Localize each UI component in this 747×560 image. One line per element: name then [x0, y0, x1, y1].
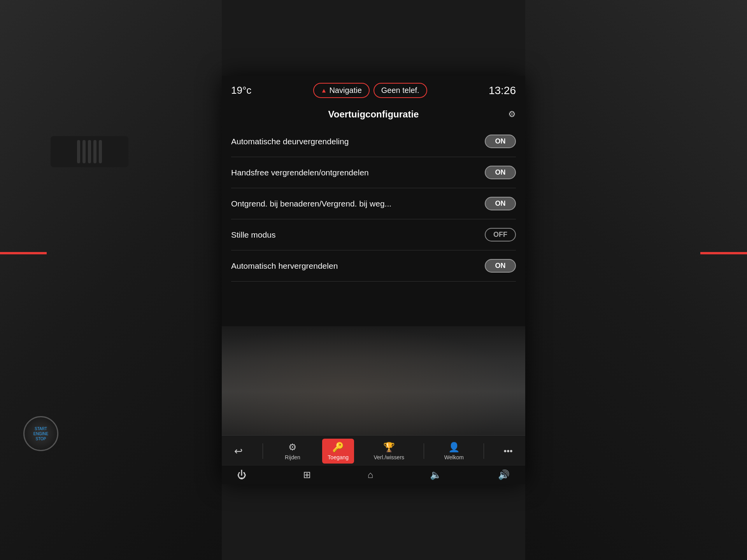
- setting-label-relock: Automatisch hervergrendelen: [231, 261, 485, 271]
- infotainment-screen: 19°c ▲ Navigatie Geen telef. 13:26 Voert…: [222, 76, 525, 484]
- nav-buttons-group: ▲ Navigatie Geen telef.: [313, 83, 427, 98]
- rijden-icon: ⚙: [288, 442, 297, 453]
- toggle-approach[interactable]: ON: [485, 197, 516, 210]
- setting-label-handsfree: Handsfree vergrendelen/ontgrendelen: [231, 168, 485, 177]
- tab-divider-2: [424, 443, 424, 459]
- toggle-handsfree[interactable]: ON: [485, 166, 516, 179]
- welkom-icon: 👤: [448, 442, 460, 453]
- bottom-tabs: ↩ ⚙ Rijden 🔑 Toegang 🏆 Verl./wissers 👤 W…: [222, 435, 525, 465]
- nav-button-label: Navigatie: [329, 86, 361, 95]
- power-button[interactable]: ⏻: [237, 469, 247, 480]
- setting-row-relock: Automatisch hervergrendelen ON: [231, 250, 516, 282]
- engine-btn-line1: START: [35, 426, 47, 431]
- reflection-overlay: [222, 326, 525, 435]
- welkom-label: Welkom: [444, 454, 464, 460]
- toggle-auto-lock[interactable]: ON: [485, 135, 516, 148]
- page-title-row: Voertuigconfiguratie ⚙: [222, 105, 525, 126]
- menu-button[interactable]: ⊞: [303, 469, 311, 480]
- toggle-relock[interactable]: ON: [485, 259, 516, 273]
- rijden-label: Rijden: [285, 454, 300, 460]
- home-button[interactable]: ⌂: [368, 469, 374, 480]
- nav-arrow-icon: ▲: [321, 87, 327, 94]
- back-button[interactable]: ↩: [229, 442, 248, 460]
- settings-icon[interactable]: ⚙: [508, 109, 516, 119]
- phone-button-label: Geen telef.: [381, 86, 419, 95]
- tab-verl-wissers[interactable]: 🏆 Verl./wissers: [368, 439, 410, 464]
- setting-row-silent: Stille modus OFF: [231, 219, 516, 250]
- navigation-button[interactable]: ▲ Navigatie: [313, 83, 370, 98]
- volume-up-button[interactable]: 🔊: [498, 469, 510, 480]
- toggle-silent[interactable]: OFF: [485, 228, 516, 242]
- temperature-display: 19°c: [231, 84, 251, 96]
- setting-label-auto-lock: Automatische deurvergrendeling: [231, 137, 485, 146]
- setting-label-silent: Stille modus: [231, 230, 485, 240]
- page-title: Voertuigconfiguratie: [328, 109, 419, 120]
- tab-rijden[interactable]: ⚙ Rijden: [277, 439, 308, 464]
- top-bar: 19°c ▲ Navigatie Geen telef. 13:26: [222, 76, 525, 105]
- clock-display: 13:26: [489, 84, 516, 97]
- settings-list: Automatische deurvergrendeling ON Handsf…: [222, 126, 525, 326]
- setting-row-auto-lock: Automatische deurvergrendeling ON: [231, 126, 516, 157]
- setting-row-approach: Ontgrend. bij benaderen/Vergrend. bij we…: [231, 188, 516, 219]
- volume-down-button[interactable]: 🔈: [430, 469, 442, 480]
- toegang-icon: 🔑: [332, 442, 344, 453]
- tab-divider-3: [484, 443, 484, 459]
- verl-wissers-label: Verl./wissers: [374, 454, 404, 460]
- tab-welkom[interactable]: 👤 Welkom: [438, 439, 470, 464]
- verl-wissers-icon: 🏆: [383, 442, 395, 453]
- setting-row-handsfree: Handsfree vergrendelen/ontgrendelen ON: [231, 157, 516, 188]
- toegang-label: Toegang: [328, 454, 349, 460]
- reflection-area: [222, 326, 525, 435]
- system-bar: ⏻ ⊞ ⌂ 🔈 🔊: [222, 465, 525, 484]
- phone-button[interactable]: Geen telef.: [374, 83, 427, 98]
- tab-divider-1: [263, 443, 263, 459]
- engine-btn-line3: STOP: [35, 436, 46, 441]
- engine-start-stop-button[interactable]: START ENGINE STOP: [23, 416, 58, 451]
- more-button[interactable]: •••: [498, 443, 518, 459]
- tab-toegang[interactable]: 🔑 Toegang: [322, 439, 354, 464]
- setting-label-approach: Ontgrend. bij benaderen/Vergrend. bij we…: [231, 199, 485, 208]
- engine-btn-line2: ENGINE: [33, 431, 48, 436]
